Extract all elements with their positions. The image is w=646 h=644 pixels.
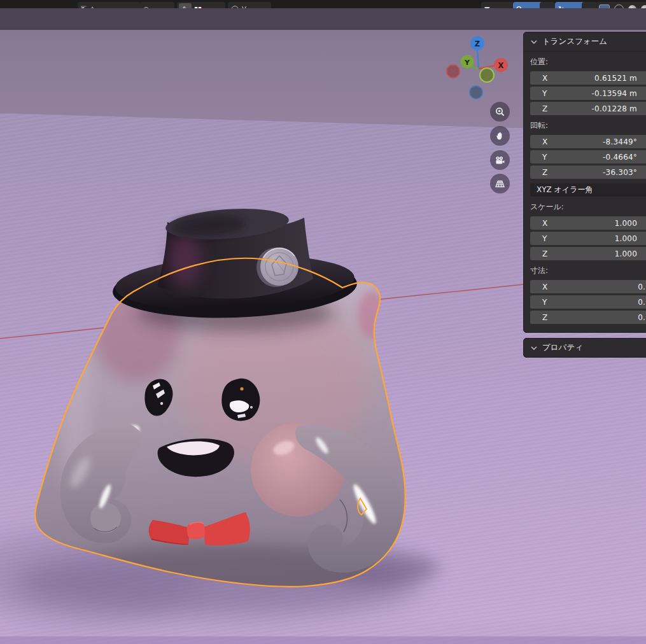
xray-toggle-icon[interactable] <box>599 4 610 9</box>
gizmo-axis-y-neg[interactable] <box>480 68 494 82</box>
scale-y-field[interactable]: Y 1.000 <box>530 232 646 245</box>
falloff-button[interactable]: ◯ )( <box>228 2 271 8</box>
chevron-down-icon: ▾ <box>543 7 545 9</box>
floor-bottom-shade <box>0 636 646 644</box>
bars-icon: ▮▮ <box>194 6 202 9</box>
rotation-z-field[interactable]: Z -36.303° <box>530 165 646 179</box>
pivot-point-button[interactable]: ▼ ▾ <box>481 2 516 8</box>
transform-panel: トランスフォーム 位置: X 0.61521 m Y -0.13594 m Z … <box>523 32 646 333</box>
shading-group[interactable] <box>596 2 646 8</box>
rotation-label: 回転: <box>530 120 646 131</box>
rotation-x-field[interactable]: X -8.3449° <box>530 135 646 148</box>
falloff-options-button[interactable]: ▾ <box>582 2 597 8</box>
dimensions-label: 寸法: <box>530 265 646 276</box>
snap-magnet-icon: Ω <box>516 6 521 9</box>
svg-text:Z: Z <box>475 39 480 48</box>
panel-title: プロパティ <box>542 342 583 353</box>
dimensions-y-field[interactable]: Y 0. <box>530 295 646 309</box>
panel-title: トランスフォーム <box>542 36 607 47</box>
grid-icon <box>494 178 506 190</box>
zoom-button[interactable] <box>490 102 510 122</box>
shading-solid-icon[interactable] <box>628 5 636 9</box>
location-y-field[interactable]: Y -0.13594 m <box>530 87 646 100</box>
zoom-icon <box>495 106 506 118</box>
transform-tools-button[interactable]: ⇱ ⟁⋯ ▾ <box>78 2 140 8</box>
camera-view-button[interactable] <box>490 150 510 170</box>
transform-panel-header[interactable]: トランスフォーム <box>524 32 646 52</box>
scale-x-field[interactable]: X 1.000 <box>530 216 646 230</box>
chevron-down-icon: ▾ <box>492 7 495 9</box>
shading-material-icon[interactable] <box>641 5 646 9</box>
hand-icon <box>495 130 506 142</box>
proportional-editing-icon: ◎ <box>143 6 150 9</box>
viewport-header: ⇱ ⟁⋯ ▾ ◎ ▾ ✎ ▮▮ ▾ ◯ )( ▼ ▾ Ω ▾ ↻ ▾ <box>0 0 646 8</box>
arcs-icon: )( <box>241 6 247 9</box>
gizmo-axis-x[interactable]: X <box>494 58 508 72</box>
eye-orange-glint <box>240 387 243 390</box>
location-x-field[interactable]: X 0.61521 m <box>530 71 646 85</box>
snap-options-button[interactable]: ▾ <box>540 2 555 8</box>
gizmo-axis-z[interactable]: Z <box>470 36 484 50</box>
svg-text:Y: Y <box>464 59 470 67</box>
gizmo-axis-x-neg[interactable] <box>447 65 460 78</box>
pen-icon: ✎ <box>182 6 188 9</box>
scale-label: スケール: <box>530 202 646 213</box>
location-z-field[interactable]: Z -0.01228 m <box>530 102 646 115</box>
rotation-mode-dropdown[interactable]: XYZ オイラー角 <box>530 183 646 197</box>
chevron-down-icon: ▾ <box>105 7 108 9</box>
circle-icon: ◯ <box>231 6 239 9</box>
svg-text:X: X <box>498 61 504 70</box>
rotate-icon: ↻ <box>558 6 564 9</box>
properties-panel: プロパティ <box>523 338 646 358</box>
gizmo-axis-y[interactable]: Y <box>461 55 474 69</box>
chevron-down-icon: ▾ <box>204 7 207 9</box>
gizmo-axis-z-neg[interactable] <box>470 86 482 99</box>
properties-panel-header[interactable]: プロパティ <box>524 339 646 357</box>
camera-icon <box>494 155 506 166</box>
transform-tools-icon: ⇱ <box>81 6 87 9</box>
shading-wireframe-icon[interactable] <box>614 4 624 9</box>
dimensions-x-field[interactable]: X 0. <box>530 280 646 293</box>
chevron-down-icon: ▾ <box>585 7 587 9</box>
scale-z-field[interactable]: Z 1.000 <box>530 247 646 260</box>
chevron-down-icon <box>531 40 537 44</box>
gizmo-options-icon: ⟁⋯ <box>89 6 102 9</box>
chevron-down-icon: ▾ <box>152 7 155 9</box>
rotation-y-field[interactable]: Y -0.4664° <box>530 150 646 164</box>
pivot-icon: ▼ <box>484 6 489 9</box>
perspective-toggle-button[interactable] <box>490 174 510 193</box>
dimensions-z-field[interactable]: Z 0. <box>530 311 646 324</box>
proportional-editing-button[interactable]: ◎ ▾ <box>140 2 174 8</box>
snap-group[interactable]: ✎ ▮▮ ▾ <box>177 2 225 8</box>
tool-settings-strip <box>0 8 646 30</box>
location-label: 位置: <box>530 57 646 67</box>
pan-button[interactable] <box>490 126 510 146</box>
chevron-down-icon <box>531 346 537 350</box>
